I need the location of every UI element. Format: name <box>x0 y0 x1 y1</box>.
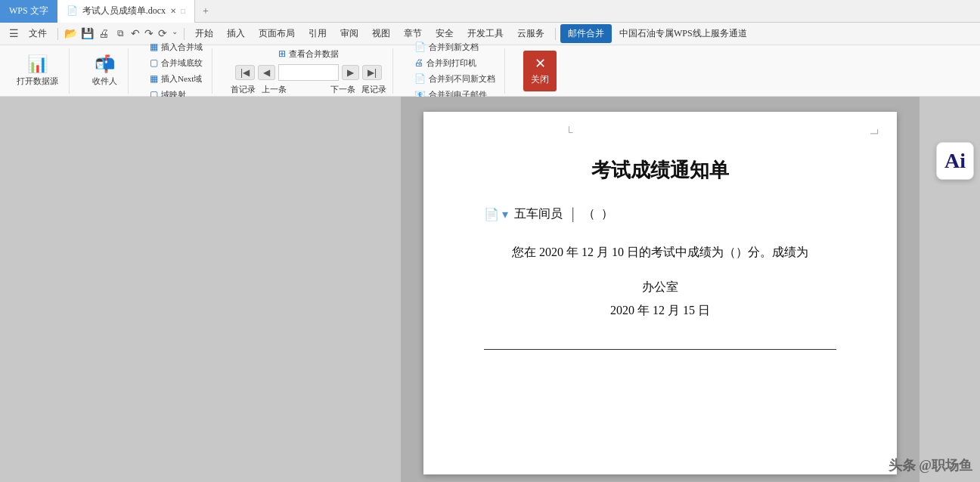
merge-printer-icon: 🖨 <box>414 57 423 69</box>
menu-cloud[interactable]: 云服务 <box>511 26 550 42</box>
close-button[interactable]: ✕ 关闭 <box>523 51 557 91</box>
menu-separator-3 <box>555 28 556 40</box>
close-icon: ✕ <box>535 55 546 72</box>
close-label: 关闭 <box>531 73 549 86</box>
merge-to-printer-button[interactable]: 🖨 合并到打印机 <box>411 56 498 70</box>
view-merge-data-button[interactable]: ⊞ 查看合并数据 <box>275 47 342 61</box>
corner-mark-left: └ <box>566 127 573 139</box>
nav-controls: |◀ ◀ ▶ ▶| <box>235 64 382 81</box>
ribbon-group-datasource: 📊 打开数据源 <box>6 48 70 94</box>
cursor-mark: │ <box>569 208 577 221</box>
merge-lowercase-icon: ▢ <box>150 57 158 69</box>
ribbon-group-fields: ▦ 插入合并域 ▢ 合并域底纹 ▦ 插入Next域 ▢ 域映射 <box>141 48 212 94</box>
watermark: 头条 @职场鱼 <box>889 456 920 474</box>
fields-buttons: ▦ 插入合并域 ▢ 合并域底纹 ▦ 插入Next域 ▢ 域映射 <box>147 40 206 102</box>
last-record-button[interactable]: ▶| <box>362 65 382 80</box>
menu-separator-1 <box>57 28 58 40</box>
date-text: 2020 年 12 月 15 日 <box>484 303 836 319</box>
menu-review[interactable]: 审阅 <box>334 26 364 42</box>
copy-icon[interactable]: ⧉ <box>113 26 128 42</box>
ribbon-group-recipients: 📬 收件人 <box>82 48 129 94</box>
merge-to-new-doc-button[interactable]: 📄 合并到新文档 <box>411 40 498 54</box>
merge-to-diff-doc-button[interactable]: 📄 合并到不同新文档 <box>411 72 498 86</box>
main-area: └ ┐ 考试成绩通知单 📄 ▾ 五车间员 │ （ ） 您在 2020 年 12 … <box>0 97 980 482</box>
file-menu[interactable]: 文件 <box>23 26 53 42</box>
menu-page-layout[interactable]: 页面布局 <box>253 26 301 42</box>
merge-field-icon: ▦ <box>150 42 158 53</box>
left-panel <box>0 97 401 482</box>
redo-button[interactable]: ↷ <box>143 27 155 40</box>
view-data-icon: ⊞ <box>278 48 286 60</box>
new-tab-button[interactable]: + <box>195 5 216 17</box>
merge-to-diff-doc-label: 合并到不同新文档 <box>429 73 495 85</box>
record-input[interactable] <box>278 64 339 81</box>
merge-newdoc-icon: 📄 <box>414 42 426 53</box>
bracket-open: （ <box>583 206 595 222</box>
wps-tab[interactable]: WPS 文字 <box>0 0 57 23</box>
menu-insert[interactable]: 插入 <box>221 26 251 42</box>
prev-record-button[interactable]: ◀ <box>258 65 275 80</box>
insert-next-field-label: 插入Next域 <box>161 73 202 85</box>
recipients-button[interactable]: 📬 收件人 <box>88 51 122 90</box>
insert-merge-field-label: 插入合并域 <box>161 42 203 53</box>
field-icon: 📄 ▾ <box>484 207 508 221</box>
menu-separator-2 <box>184 28 185 40</box>
dropdown-arrow[interactable]: ⌄ <box>170 27 179 40</box>
insert-merge-field-button[interactable]: ▦ 插入合并域 <box>147 40 206 54</box>
field-row: 📄 ▾ 五车间员 │ （ ） <box>484 206 836 222</box>
doc-icon: 📄 <box>67 5 78 17</box>
merge-to-printer-label: 合并到打印机 <box>426 57 476 69</box>
folder-open-icon[interactable]: 📂 <box>63 26 78 42</box>
doc-tab-label: 考试人员成绩单.docx <box>82 5 166 17</box>
menu-view[interactable]: 视图 <box>366 26 396 42</box>
next-record-label: 下一条 <box>330 84 355 95</box>
ribbon-group-close: ✕ 关闭 <box>517 48 563 94</box>
recipients-icon: 📬 <box>95 54 115 74</box>
open-datasource-button[interactable]: 📊 打开数据源 <box>12 51 63 90</box>
hamburger-menu-icon[interactable]: ☰ <box>6 26 21 42</box>
prev-record-label: 上一条 <box>262 84 287 95</box>
bracket-close: ） <box>601 206 613 222</box>
merge-lowercase-label: 合并域底纹 <box>161 57 203 69</box>
open-datasource-label: 打开数据源 <box>17 76 58 87</box>
wps-tab-label: WPS 文字 <box>9 5 48 17</box>
tab-restore-icon: □ <box>181 7 185 15</box>
right-panel: Ai <box>920 97 980 482</box>
merge-lowercase-button[interactable]: ▢ 合并域底纹 <box>147 56 206 70</box>
document-title: 考试成绩通知单 <box>484 157 836 184</box>
merge-to-new-doc-label: 合并到新文档 <box>429 42 479 53</box>
output-buttons: 📄 合并到新文档 🖨 合并到打印机 📄 合并到不同新文档 📧 合并到电子邮件 <box>411 40 498 102</box>
menu-references[interactable]: 引用 <box>302 26 333 42</box>
next-record-button[interactable]: ▶ <box>342 65 359 80</box>
undo-redo-group: ↶ ↷ ⟳ ⌄ <box>129 27 179 40</box>
datasource-icon: 📊 <box>27 54 48 74</box>
office-text: 办公室 <box>484 280 836 295</box>
insert-next-field-button[interactable]: ▦ 插入Next域 <box>147 72 206 86</box>
tab-close-icon[interactable]: ✕ <box>170 7 176 15</box>
first-record-button[interactable]: |◀ <box>235 65 255 80</box>
ribbon-group-output: 📄 合并到新文档 🖨 合并到打印机 📄 合并到不同新文档 📧 合并到电子邮件 <box>405 48 505 94</box>
title-bar: WPS 文字 📄 考试人员成绩单.docx ✕ □ + <box>0 0 980 23</box>
view-merge-data-label: 查看合并数据 <box>289 48 339 60</box>
recipients-label: 收件人 <box>92 76 117 87</box>
ai-badge[interactable]: Ai <box>936 142 974 180</box>
nav-labels: 首记录 上一条 下一条 尾记录 <box>231 84 386 95</box>
doc-tab[interactable]: 📄 考试人员成绩单.docx ✕ □ <box>57 0 195 23</box>
nav-top: ⊞ 查看合并数据 <box>275 47 342 61</box>
field-label: 五车间员 <box>514 206 563 222</box>
next-field-icon: ▦ <box>150 73 158 85</box>
undo-button[interactable]: ↶ <box>129 27 141 40</box>
document-separator <box>484 349 836 350</box>
body-text: 您在 2020 年 12 月 10 日的考试中成绩为（）分。成绩为 <box>484 240 836 264</box>
service-label: 中国石油专属WPS线上服务通道 <box>613 26 753 42</box>
merge-diffdoc-icon: 📄 <box>414 73 426 85</box>
last-record-label: 尾记录 <box>361 84 386 95</box>
format-painter-button[interactable]: ⟳ <box>157 27 169 40</box>
corner-mark-right: ┐ <box>870 129 884 137</box>
ribbon-group-nav: ⊞ 查看合并数据 |◀ ◀ ▶ ▶| 首记录 上一条 下一条 尾记录 <box>225 48 393 94</box>
mail-merge-button[interactable]: 邮件合并 <box>560 24 612 43</box>
document-page: └ ┐ 考试成绩通知单 📄 ▾ 五车间员 │ （ ） 您在 2020 年 12 … <box>423 112 897 474</box>
document-area[interactable]: └ ┐ 考试成绩通知单 📄 ▾ 五车间员 │ （ ） 您在 2020 年 12 … <box>401 97 920 482</box>
print-icon[interactable]: 🖨 <box>96 26 111 42</box>
save-icon[interactable]: 💾 <box>79 26 95 42</box>
